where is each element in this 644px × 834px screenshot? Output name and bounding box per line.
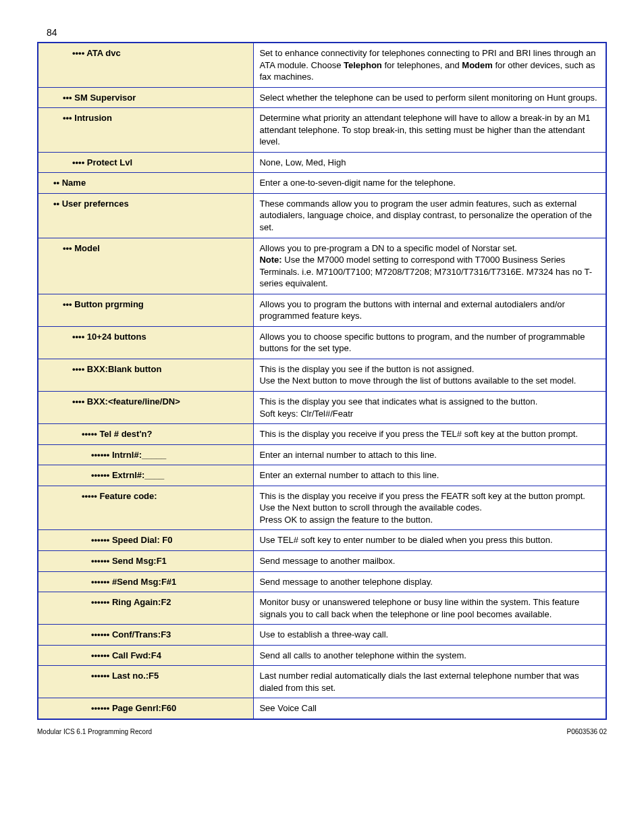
table-row: ••••• Feature code:This is the display y…	[38, 486, 606, 530]
row-label: ••• Button prgrming	[38, 294, 254, 326]
row-description: Allows you to pre-program a DN to a spec…	[254, 238, 606, 294]
row-label: •••••• Conf/Trans:F3	[38, 625, 254, 646]
table-row: •••• Protect LvlNone, Low, Med, High	[38, 152, 606, 173]
programming-table: •••• ATA dvcSet to enhance connectivity …	[37, 42, 607, 720]
row-description: Allows you to choose specific buttons to…	[254, 326, 606, 359]
page-footer: Modular ICS 6.1 Programming Record P0603…	[37, 728, 607, 735]
row-label: •• User prefernces	[38, 193, 254, 238]
row-description: This is the display you receive if you p…	[254, 424, 606, 445]
row-label: •••••• Send Msg:F1	[38, 550, 254, 571]
table-row: •••••• Call Fwd:F4Send all calls to anot…	[38, 645, 606, 666]
row-label: •••• 10+24 buttons	[38, 326, 254, 359]
table-row: ••• SM SupervisorSelect whether the tele…	[38, 87, 606, 108]
table-row: •••• BXX:Blank buttonThis is the display…	[38, 359, 606, 391]
row-label: •••••• Ring Again:F2	[38, 592, 254, 625]
row-label: •••• BXX:<feature/line/DN>	[38, 392, 254, 424]
row-label: •••• ATA dvc	[38, 43, 254, 87]
row-description: Use to establish a three-way call.	[254, 625, 606, 646]
row-label: •••• Protect Lvl	[38, 152, 254, 173]
table-row: •••••• Intrnl#:_____Enter an internal nu…	[38, 444, 606, 465]
row-description: Select whether the telephone can be used…	[254, 87, 606, 108]
row-label: ••• Model	[38, 238, 254, 294]
row-description: Send all calls to another telephone with…	[254, 645, 606, 666]
row-description: Monitor busy or unanswered telephone or …	[254, 592, 606, 625]
table-row: •••••• #Send Msg:F#1Send message to anot…	[38, 571, 606, 592]
table-row: •••••• Ring Again:F2Monitor busy or unan…	[38, 592, 606, 625]
table-row: •••••• Last no.:F5Last number redial aut…	[38, 666, 606, 698]
row-description: Send message to another telephone displa…	[254, 571, 606, 592]
table-row: ••• ModelAllows you to pre-program a DN …	[38, 238, 606, 294]
row-label: •••••• Extrnl#:____	[38, 465, 254, 486]
row-label: •••••• Page Genrl:F60	[38, 698, 254, 719]
row-description: This is the display you receive if you p…	[254, 486, 606, 530]
row-description: Set to enhance connectivity for telephon…	[254, 43, 606, 87]
table-row: •••••• Speed Dial: F0Use TEL# soft key t…	[38, 530, 606, 551]
table-row: •••• ATA dvcSet to enhance connectivity …	[38, 43, 606, 87]
table-row: •• NameEnter a one-to-seven-digit name f…	[38, 173, 606, 194]
row-label: ••••• Feature code:	[38, 486, 254, 530]
row-label: ••• SM Supervisor	[38, 87, 254, 108]
footer-right: P0603536 02	[566, 728, 607, 735]
row-label: ••••• Tel # dest'n?	[38, 424, 254, 445]
row-label: ••• Intrusion	[38, 108, 254, 153]
table-row: •••• BXX:<feature/line/DN>This is the di…	[38, 392, 606, 424]
row-label: •••••• #Send Msg:F#1	[38, 571, 254, 592]
row-description: This is the display you see if the butto…	[254, 359, 606, 391]
row-label: •••••• Last no.:F5	[38, 666, 254, 698]
row-description: Allows you to program the buttons with i…	[254, 294, 606, 326]
table-row: •••••• Conf/Trans:F3Use to establish a t…	[38, 625, 606, 646]
table-row: ••• Button prgrmingAllows you to program…	[38, 294, 606, 326]
row-label: •• Name	[38, 173, 254, 194]
table-row: ••• IntrusionDetermine what priority an …	[38, 108, 606, 153]
row-description: Enter a one-to-seven-digit name for the …	[254, 173, 606, 194]
table-row: ••••• Tel # dest'n?This is the display y…	[38, 424, 606, 445]
row-description: This is the display you see that indicat…	[254, 392, 606, 424]
row-description: Enter an external number to attach to th…	[254, 465, 606, 486]
row-description: Use TEL# soft key to enter number to be …	[254, 530, 606, 551]
row-description: Enter an internal number to attach to th…	[254, 444, 606, 465]
table-row: •••••• Extrnl#:____Enter an external num…	[38, 465, 606, 486]
footer-left: Modular ICS 6.1 Programming Record	[37, 728, 152, 735]
row-label: •••• BXX:Blank button	[38, 359, 254, 391]
row-description: Send message to another mailbox.	[254, 550, 606, 571]
row-description: Determine what priority an attendant tel…	[254, 108, 606, 153]
table-row: •••• 10+24 buttonsAllows you to choose s…	[38, 326, 606, 359]
table-row: •••••• Page Genrl:F60See Voice Call	[38, 698, 606, 719]
row-label: •••••• Intrnl#:_____	[38, 444, 254, 465]
row-label: •••••• Speed Dial: F0	[38, 530, 254, 551]
table-row: •• User preferncesThese commands allow y…	[38, 193, 606, 238]
row-description: These commands allow you to program the …	[254, 193, 606, 238]
table-row: •••••• Send Msg:F1Send message to anothe…	[38, 550, 606, 571]
row-description: See Voice Call	[254, 698, 606, 719]
row-description: None, Low, Med, High	[254, 152, 606, 173]
row-label: •••••• Call Fwd:F4	[38, 645, 254, 666]
row-description: Last number redial automatically dials t…	[254, 666, 606, 698]
page-number: 84	[47, 27, 607, 38]
